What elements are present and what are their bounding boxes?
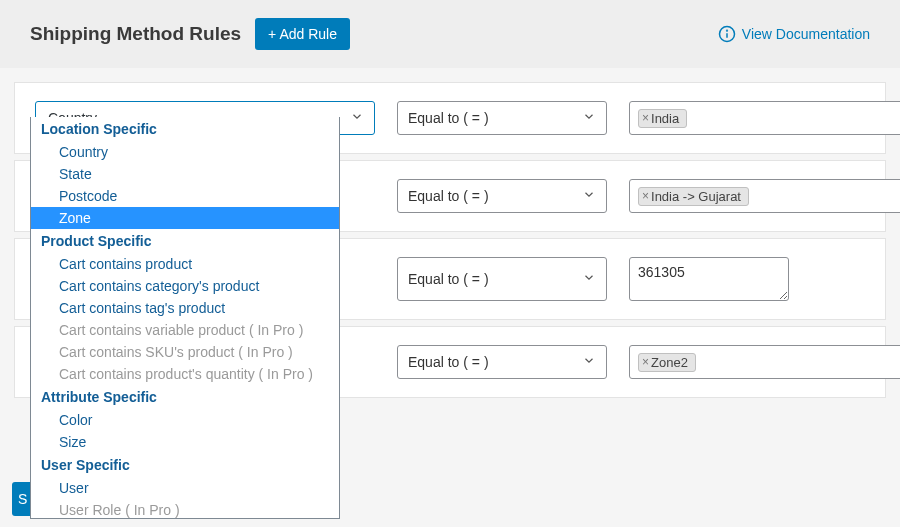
operator-label: Equal to ( = )	[408, 110, 489, 126]
dropdown-option: Cart contains variable product ( In Pro …	[31, 319, 339, 341]
dropdown-option[interactable]: Zone	[31, 207, 339, 229]
chevron-down-icon	[582, 110, 596, 127]
doc-link-label: View Documentation	[742, 26, 870, 42]
chevron-down-icon	[350, 110, 364, 127]
remove-tag-icon[interactable]: ×	[642, 355, 650, 369]
chevron-down-icon	[582, 188, 596, 205]
value-input[interactable]: × India -> Gujarat	[629, 179, 900, 213]
dropdown-option[interactable]: Cart contains tag's product	[31, 297, 339, 319]
view-documentation-link[interactable]: View Documentation	[718, 25, 870, 43]
operator-select[interactable]: Equal to ( = )	[397, 179, 607, 213]
dropdown-option[interactable]: Color	[31, 409, 339, 431]
value-input[interactable]: × Zone2	[629, 345, 900, 379]
dropdown-option[interactable]: Size	[31, 431, 339, 453]
option-group-label: Product Specific	[31, 229, 339, 253]
operator-label: Equal to ( = )	[408, 188, 489, 204]
value-tag[interactable]: × India -> Gujarat	[638, 187, 749, 206]
operator-label: Equal to ( = )	[408, 271, 489, 287]
remove-tag-icon[interactable]: ×	[642, 111, 650, 125]
operator-label: Equal to ( = )	[408, 354, 489, 370]
dropdown-option: Cart contains product's quantity ( In Pr…	[31, 363, 339, 385]
tag-label: Zone2	[651, 355, 688, 370]
option-group-label: Attribute Specific	[31, 385, 339, 409]
option-group-label: Location Specific	[31, 117, 339, 141]
dropdown-option: User Role ( In Pro )	[31, 499, 339, 519]
chevron-down-icon	[582, 354, 596, 371]
save-label: S	[18, 491, 27, 507]
dropdown-option[interactable]: Cart contains category's product	[31, 275, 339, 297]
page-title: Shipping Method Rules	[30, 23, 241, 45]
chevron-down-icon	[582, 271, 596, 288]
option-group-label: User Specific	[31, 453, 339, 477]
dropdown-option[interactable]: Postcode	[31, 185, 339, 207]
remove-tag-icon[interactable]: ×	[642, 189, 650, 203]
value-tag[interactable]: × Zone2	[638, 353, 696, 372]
dropdown-option[interactable]: Cart contains product	[31, 253, 339, 275]
operator-select[interactable]: Equal to ( = )	[397, 101, 607, 135]
add-rule-button[interactable]: + Add Rule	[255, 18, 350, 50]
page-header: Shipping Method Rules + Add Rule View Do…	[0, 0, 900, 68]
postcode-input[interactable]	[629, 257, 789, 301]
dropdown-option[interactable]: Country	[31, 141, 339, 163]
operator-select[interactable]: Equal to ( = )	[397, 257, 607, 301]
dropdown-option[interactable]: User	[31, 477, 339, 499]
value-tag[interactable]: × India	[638, 109, 687, 128]
tag-label: India	[651, 111, 679, 126]
operator-select[interactable]: Equal to ( = )	[397, 345, 607, 379]
info-icon	[718, 25, 736, 43]
dropdown-option[interactable]: State	[31, 163, 339, 185]
tag-label: India -> Gujarat	[651, 189, 741, 204]
svg-point-2	[726, 30, 727, 31]
value-input[interactable]: × India	[629, 101, 900, 135]
save-button[interactable]: S	[12, 482, 30, 516]
condition-dropdown-panel[interactable]: Location SpecificCountryStatePostcodeZon…	[30, 117, 340, 519]
dropdown-option: Cart contains SKU's product ( In Pro )	[31, 341, 339, 363]
